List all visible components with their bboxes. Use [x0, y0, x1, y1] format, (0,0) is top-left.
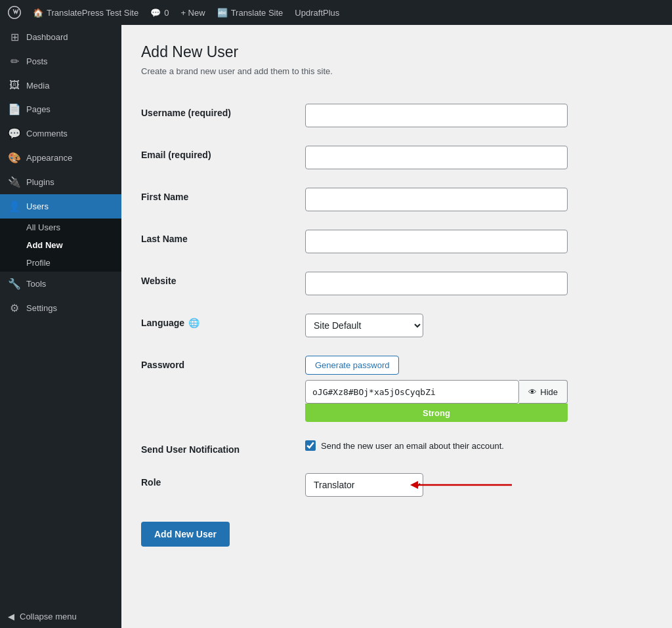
sidebar-item-settings[interactable]: ⚙ Settings [0, 296, 121, 320]
sidebar-item-posts[interactable]: ✏ Posts [0, 49, 121, 73]
sidebar-item-label: Pages [26, 104, 51, 114]
sidebar-item-dashboard[interactable]: ⊞ Dashboard [0, 25, 121, 49]
language-select[interactable]: Site Default English French German Spani… [305, 314, 423, 337]
users-icon: 👤 [8, 200, 21, 213]
eye-icon: 👁 [528, 387, 537, 397]
translate-icon: 🔤 [217, 8, 228, 18]
password-field-wrap: Generate password 👁 Hide Strong [305, 356, 652, 422]
media-icon: 🖼 [8, 79, 21, 91]
sidebar-item-media[interactable]: 🖼 Media [0, 73, 121, 97]
notification-label: Send User Notification [141, 440, 305, 455]
notification-field-wrap: Send the new user an email about their a… [305, 440, 652, 451]
sidebar-item-label: Tools [26, 279, 46, 289]
password-row: Password Generate password 👁 Hide [141, 346, 652, 431]
email-input[interactable] [305, 146, 568, 169]
username-label: Username (required) [141, 104, 305, 118]
password-strength-bar: Strong [305, 404, 568, 422]
sidebar-item-label: Comments [26, 129, 68, 138]
language-label-wrap: Language 🌐 [141, 314, 305, 328]
comments-count: 0 [164, 8, 169, 18]
sidebar-item-label: Settings [26, 303, 57, 313]
tools-icon: 🔧 [8, 278, 21, 290]
sidebar-sub-add-new[interactable]: Add New [0, 236, 121, 254]
firstname-input[interactable] [305, 188, 568, 211]
username-row: Username (required) [141, 94, 652, 136]
sidebar-item-users[interactable]: 👤 Users [0, 194, 121, 219]
email-label: Email (required) [141, 146, 305, 160]
website-field-wrap [305, 272, 652, 295]
generate-password-btn[interactable]: Generate password [305, 356, 399, 375]
sidebar-item-label: Dashboard [26, 32, 68, 42]
email-row: Email (required) [141, 136, 652, 178]
settings-icon: ⚙ [8, 302, 21, 314]
new-btn[interactable]: + New [180, 8, 205, 18]
role-label: Role [141, 473, 305, 488]
language-field-wrap: Site Default English French German Spani… [305, 314, 652, 337]
translate-site-btn[interactable]: 🔤 Translate Site [217, 8, 284, 18]
sidebar-item-comments[interactable]: 💬 Comments [0, 121, 121, 146]
pages-icon: 📄 [8, 103, 21, 115]
submit-section: Add New User [141, 506, 652, 547]
firstname-row: First Name [141, 178, 652, 220]
website-input[interactable] [305, 272, 568, 295]
comments-icon: 💬 [150, 8, 161, 18]
role-field-wrap: Subscriber Contributor Author Editor Adm… [305, 473, 652, 497]
collapse-label: Collapse menu [20, 612, 77, 621]
hide-label: Hide [540, 387, 558, 397]
firstname-field-wrap [305, 188, 652, 211]
password-input[interactable] [305, 380, 519, 404]
sidebar-item-label: Posts [26, 56, 48, 66]
page-subtitle: Create a brand new user and add them to … [141, 66, 652, 76]
lastname-label: Last Name [141, 230, 305, 244]
appearance-icon: 🎨 [8, 152, 21, 164]
collapse-menu-btn[interactable]: ◀ Collapse menu [0, 605, 121, 628]
home-icon: 🏠 [33, 8, 43, 18]
red-arrow-indicator [410, 475, 515, 495]
email-field-wrap [305, 146, 652, 169]
site-name-btn[interactable]: 🏠 TranslatePress Test Site [33, 8, 138, 18]
comments-sidebar-icon: 💬 [8, 127, 21, 140]
notification-field: Send the new user an email about their a… [305, 440, 652, 451]
comments-btn[interactable]: 💬 0 [150, 8, 169, 18]
plugins-icon: 🔌 [8, 176, 21, 188]
hide-password-btn[interactable]: 👁 Hide [519, 380, 568, 404]
sidebar-users-submenu: All Users Add New Profile [0, 219, 121, 272]
notification-text: Send the new user an email about their a… [321, 441, 504, 451]
site-name: TranslatePress Test Site [47, 8, 138, 18]
strength-label: Strong [423, 408, 450, 418]
role-select-container: Subscriber Contributor Author Editor Adm… [305, 473, 423, 497]
sidebar-item-label: Appearance [26, 153, 72, 163]
lastname-field-wrap [305, 230, 652, 253]
sidebar-sub-profile[interactable]: Profile [0, 254, 121, 272]
posts-icon: ✏ [8, 55, 21, 68]
password-label: Password [141, 356, 305, 370]
admin-bar: 🏠 TranslatePress Test Site 💬 0 + New 🔤 T… [0, 0, 672, 25]
sidebar-item-plugins[interactable]: 🔌 Plugins [0, 170, 121, 194]
updraft-btn[interactable]: UpdraftPlus [295, 8, 339, 18]
sidebar: ⊞ Dashboard ✏ Posts 🖼 Media 📄 Pages 💬 Co… [0, 25, 121, 628]
sidebar-item-pages[interactable]: 📄 Pages [0, 97, 121, 121]
page-title: Add New User [141, 43, 652, 61]
username-field [305, 104, 652, 127]
lastname-input[interactable] [305, 230, 568, 253]
language-icon: 🌐 [188, 318, 200, 328]
username-input[interactable] [305, 104, 568, 127]
lastname-row: Last Name [141, 220, 652, 262]
sidebar-item-label: Media [26, 81, 49, 91]
add-new-user-button[interactable]: Add New User [141, 522, 230, 547]
sidebar-sub-all-users[interactable]: All Users [0, 219, 121, 236]
notification-checkbox[interactable] [305, 440, 316, 451]
password-input-row: 👁 Hide [305, 380, 568, 404]
new-label: + New [180, 8, 205, 18]
role-row: Role Subscriber Contributor Author Edito… [141, 464, 652, 506]
role-select[interactable]: Subscriber Contributor Author Editor Adm… [305, 473, 423, 497]
sidebar-item-label: Plugins [26, 177, 54, 187]
website-row: Website [141, 262, 652, 304]
sidebar-item-appearance[interactable]: 🎨 Appearance [0, 146, 121, 170]
notification-row: Send User Notification Send the new user… [141, 431, 652, 464]
wp-logo-btn[interactable] [8, 6, 21, 19]
sidebar-item-tools[interactable]: 🔧 Tools [0, 272, 121, 296]
language-row: Language 🌐 Site Default English French G… [141, 304, 652, 346]
translate-site-label: Translate Site [231, 8, 284, 18]
language-label-text: Language [141, 318, 184, 328]
